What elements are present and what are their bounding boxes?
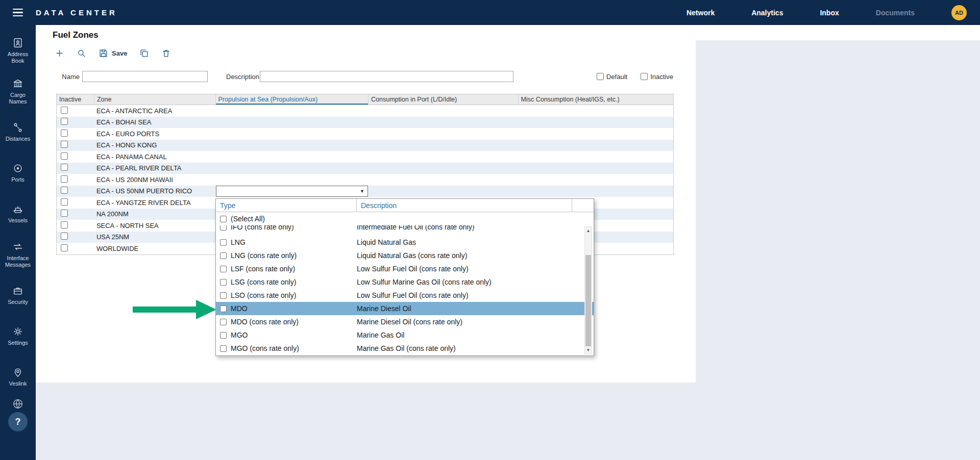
table-row[interactable]: ECA - BOHAI SEA — [57, 117, 673, 129]
zone-cell: ECA - PANAMA CANAL — [94, 153, 216, 161]
row-inactive-checkbox[interactable] — [61, 107, 68, 114]
sidebar-item-interface-messages[interactable]: Interface Messages — [0, 234, 36, 275]
col-propulsion[interactable]: Propulsion at Sea (Propulsion/Aux) — [216, 94, 369, 105]
row-inactive-checkbox[interactable] — [61, 130, 68, 137]
item-checkbox[interactable] — [220, 252, 227, 259]
dropdown-item[interactable]: MGO Marine Gas Oil — [216, 328, 594, 342]
scroll-up-icon[interactable]: ▲ — [585, 227, 592, 235]
sidebar-item-ports[interactable]: Ports — [0, 152, 36, 193]
sidebar-item-settings[interactable]: Settings — [0, 316, 36, 356]
row-inactive-checkbox[interactable] — [61, 198, 68, 206]
nav-network[interactable]: Network — [687, 9, 715, 17]
sidebar-item-label: Address Book — [1, 51, 35, 64]
table-row[interactable]: ECA - US 200NM HAWAII — [57, 174, 673, 186]
item-checkbox[interactable] — [220, 279, 227, 286]
search-button[interactable] — [77, 48, 86, 58]
row-inactive-checkbox[interactable] — [61, 118, 68, 125]
dropdown-item[interactable]: MDO (cons rate only) Marine Diesel Oil (… — [216, 315, 594, 328]
sidebar-item-address-book[interactable]: Address Book — [0, 30, 36, 71]
dropdown-item-type: (Select All) — [231, 215, 357, 223]
row-inactive-checkbox[interactable] — [61, 210, 68, 217]
col-consumption-port[interactable]: Consumption in Port (L/D/Idle) — [369, 94, 519, 105]
filter-row: Name Description Default Inactive — [53, 70, 673, 83]
sidebar-item-veslink[interactable]: Veslink — [0, 356, 36, 397]
add-button[interactable] — [55, 48, 64, 58]
col-zone[interactable]: Zone — [94, 94, 216, 105]
nav-analytics[interactable]: Analytics — [751, 9, 783, 17]
zone-cell: ECA - US 50NM PUERTO RICO — [94, 187, 216, 195]
row-inactive-checkbox[interactable] — [61, 233, 68, 240]
help-button[interactable]: ? — [8, 412, 28, 431]
sidebar-item-security[interactable]: Security — [0, 275, 36, 316]
zone-cell: ECA - BOHAI SEA — [94, 118, 216, 126]
cargo-names-icon — [12, 78, 23, 89]
hamburger-menu-icon[interactable] — [0, 9, 36, 17]
sidebar-item-partial[interactable] — [0, 397, 36, 412]
dropdown-item[interactable]: MGO (cons rate only) Marine Gas Oil (con… — [216, 342, 594, 355]
scroll-down-icon[interactable]: ▼ — [585, 346, 592, 354]
item-checkbox[interactable] — [220, 266, 227, 272]
delete-button[interactable] — [161, 48, 171, 58]
zone-cell: WORLDWIDE — [94, 245, 216, 252]
item-checkbox[interactable] — [220, 345, 227, 352]
table-row[interactable]: ECA - PANAMA CANAL — [57, 151, 673, 163]
item-checkbox[interactable] — [220, 225, 227, 231]
sidebar-item-cargo-names[interactable]: Cargo Names — [0, 71, 36, 112]
dropdown-item[interactable]: LSF (cons rate only) Low Sulfur Fuel Oil… — [216, 262, 594, 275]
dropdown-item-type: IFO (cons rate only) — [231, 225, 357, 231]
row-inactive-checkbox[interactable] — [61, 221, 68, 228]
table-row[interactable]: ECA - ANTARCTIC AREA — [57, 105, 673, 117]
sidebar-item-vessels[interactable]: Vessels — [0, 193, 36, 234]
item-checkbox[interactable] — [220, 292, 227, 299]
default-checkbox-group[interactable]: Default — [597, 73, 627, 81]
default-checkbox[interactable] — [597, 73, 604, 80]
nav-documents[interactable]: Documents — [876, 9, 915, 17]
dropdown-item-select-all[interactable]: (Select All) — [216, 212, 594, 225]
row-inactive-checkbox[interactable] — [61, 141, 68, 148]
row-inactive-checkbox[interactable] — [61, 244, 68, 251]
sidebar-item-distances[interactable]: Distances — [0, 112, 36, 152]
inactive-checkbox-group[interactable]: Inactive — [641, 73, 673, 81]
sidebar-item-label: Settings — [8, 340, 28, 346]
table-row[interactable]: ECA - EURO PORTS — [57, 128, 673, 140]
chevron-down-icon[interactable]: ▼ — [357, 186, 368, 196]
item-checkbox[interactable] — [220, 319, 227, 325]
row-inactive-checkbox[interactable] — [61, 175, 68, 183]
table-row[interactable]: ECA - PEARL RIVER DELTA — [57, 163, 673, 174]
dropdown-item-description: Marine Diesel Oil (cons rate only) — [357, 318, 462, 326]
ports-icon — [12, 163, 23, 174]
name-input[interactable] — [82, 71, 208, 82]
user-avatar[interactable]: AD — [951, 5, 967, 20]
row-inactive-checkbox[interactable] — [61, 164, 68, 171]
page-title: Fuel Zones — [53, 30, 99, 40]
dropdown-item[interactable]: LSG (cons rate only) Low Sulfur Marine G… — [216, 275, 594, 289]
row-inactive-checkbox[interactable] — [61, 187, 68, 194]
item-checkbox[interactable] — [220, 305, 227, 312]
nav-inbox[interactable]: Inbox — [820, 9, 839, 17]
dropdown-item[interactable]: LSO (cons rate only) Low Sulfur Fuel Oil… — [216, 289, 594, 302]
topbar: DATA CENTER Network Analytics Inbox Docu… — [0, 0, 980, 25]
scrollbar-thumb[interactable] — [585, 255, 591, 347]
dropdown-item[interactable]: LNG Liquid Natural Gas — [216, 236, 594, 249]
plus-icon — [55, 48, 64, 58]
fuel-type-combobox[interactable]: ▼ — [216, 186, 368, 197]
description-input[interactable] — [260, 71, 513, 82]
dropdown-scrollbar[interactable]: ▲ ▼ — [584, 226, 592, 354]
select-all-checkbox[interactable] — [220, 216, 227, 222]
copy-button[interactable] — [139, 48, 149, 58]
table-row-editing[interactable]: ECA - US 50NM PUERTO RICO ▼ — [57, 186, 673, 197]
table-row[interactable]: ECA - HONG KONG — [57, 140, 673, 151]
dropdown-item-highlighted[interactable]: MDO Marine Diesel Oil — [216, 302, 594, 315]
default-label: Default — [606, 73, 627, 81]
col-inactive[interactable]: Inactive — [57, 94, 94, 105]
dropdown-item-description: Low Sulfur Marine Gas Oil (cons rate onl… — [357, 278, 492, 286]
item-checkbox[interactable] — [220, 332, 227, 339]
settings-icon — [12, 326, 23, 337]
save-button[interactable]: Save — [99, 48, 127, 58]
dropdown-item[interactable]: LNG (cons rate only) Liquid Natural Gas … — [216, 249, 594, 262]
inactive-filter-checkbox[interactable] — [641, 73, 648, 80]
col-misc-consumption[interactable]: Misc Consumption (Heat/IGS, etc.) — [519, 94, 674, 105]
item-checkbox[interactable] — [220, 239, 227, 246]
dropdown-item-clipped[interactable]: IFO (cons rate only) Intermediate Fuel O… — [216, 225, 594, 236]
row-inactive-checkbox[interactable] — [61, 152, 68, 160]
